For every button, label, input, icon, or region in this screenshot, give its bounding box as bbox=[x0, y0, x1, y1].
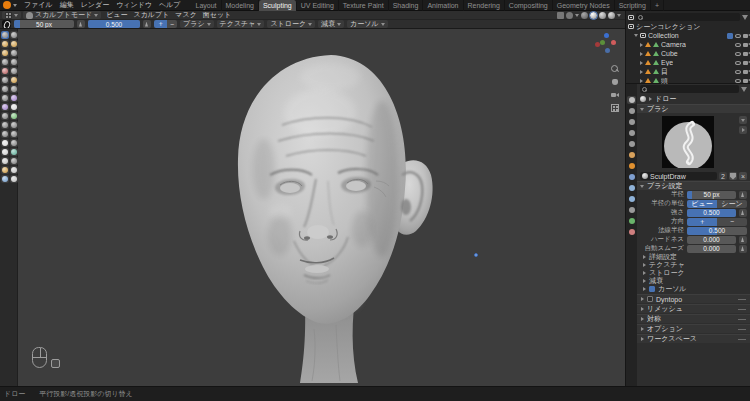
brush-settings-header[interactable]: ブラシ設定 bbox=[637, 181, 750, 190]
workspace-tab[interactable]: Modeling bbox=[222, 0, 259, 11]
sculpt-tool-button[interactable] bbox=[10, 175, 18, 183]
subpanel-header[interactable]: 減衰 bbox=[637, 277, 750, 285]
shading-solid-button[interactable] bbox=[590, 12, 597, 19]
direction-plus-button[interactable]: ＋ bbox=[687, 218, 717, 226]
autosmooth-field[interactable]: 0.000 bbox=[687, 245, 736, 253]
radius-unit-view-button[interactable]: ビュー bbox=[687, 200, 717, 208]
workspace-tab[interactable]: UV Editing bbox=[297, 0, 339, 11]
workspace-tab[interactable]: Texture Paint bbox=[339, 0, 389, 11]
users-count[interactable]: 2 bbox=[719, 172, 727, 180]
sculpt-tool-button[interactable] bbox=[1, 31, 9, 39]
overlays-toggle-icon[interactable] bbox=[566, 12, 573, 19]
expand-caret-icon[interactable] bbox=[640, 43, 643, 47]
brush-panel-header[interactable]: ブラシ bbox=[637, 104, 750, 113]
object-row[interactable]: 目 bbox=[628, 67, 748, 76]
direction-minus-button[interactable]: − bbox=[167, 20, 177, 28]
hide-viewport-icon[interactable] bbox=[735, 43, 741, 47]
properties-tab[interactable] bbox=[627, 151, 636, 159]
xray-toggle-icon[interactable] bbox=[557, 12, 564, 19]
properties-tab[interactable] bbox=[627, 129, 636, 137]
workspace-tab[interactable]: Scripting bbox=[615, 0, 651, 11]
hide-viewport-icon[interactable] bbox=[735, 79, 741, 83]
workspace-tab[interactable]: Compositing bbox=[505, 0, 553, 11]
object-row[interactable]: Cube bbox=[628, 49, 748, 58]
panel-header[interactable]: ワークスペース bbox=[637, 334, 750, 343]
strength-field[interactable]: 0.500 bbox=[687, 209, 736, 217]
workspace-tab[interactable]: + bbox=[651, 0, 664, 11]
pressure-icon[interactable] bbox=[739, 191, 747, 199]
properties-tab[interactable] bbox=[627, 195, 636, 203]
sculpt-tool-button[interactable] bbox=[10, 103, 18, 111]
properties-tab[interactable] bbox=[627, 206, 636, 214]
sculpt-tool-button[interactable] bbox=[10, 112, 18, 120]
caret-icon[interactable] bbox=[575, 14, 579, 17]
sculpt-tool-button[interactable] bbox=[10, 166, 18, 174]
panel-header[interactable]: リメッシュ bbox=[637, 304, 750, 313]
panel-header[interactable]: Dyntopo bbox=[637, 294, 750, 303]
radius-field[interactable]: 50 px bbox=[687, 191, 736, 199]
panel-checkbox[interactable] bbox=[647, 296, 653, 302]
ortho-toggle-icon[interactable] bbox=[611, 104, 619, 112]
brush-preview-thumbnail[interactable] bbox=[662, 116, 714, 168]
sculpt-tool-button[interactable] bbox=[1, 40, 9, 48]
workspace-tab[interactable]: Shading bbox=[389, 0, 424, 11]
disable-render-icon[interactable] bbox=[743, 43, 748, 47]
pressure-icon[interactable] bbox=[739, 209, 747, 217]
filter-icon[interactable] bbox=[742, 15, 748, 20]
direction-plus-button[interactable]: ＋ bbox=[154, 20, 167, 28]
sculpt-tool-button[interactable] bbox=[10, 157, 18, 165]
expand-caret-icon[interactable] bbox=[640, 70, 643, 74]
properties-tab[interactable] bbox=[627, 96, 636, 104]
disable-render-icon[interactable] bbox=[743, 52, 748, 56]
object-row[interactable]: Eye bbox=[628, 58, 748, 67]
sculpt-tool-button[interactable] bbox=[1, 49, 9, 57]
sculpt-tool-button[interactable] bbox=[10, 76, 18, 84]
shading-wireframe-button[interactable] bbox=[581, 12, 588, 19]
object-row[interactable]: Camera bbox=[628, 40, 748, 49]
sculpt-tool-button[interactable] bbox=[1, 67, 9, 75]
navigation-gizmo[interactable] bbox=[595, 33, 617, 55]
workspace-tab[interactable]: Rendering bbox=[464, 0, 505, 11]
tool-popover[interactable]: テクスチャ bbox=[217, 20, 265, 28]
3d-cursor[interactable] bbox=[474, 253, 478, 257]
properties-search-input[interactable] bbox=[649, 86, 737, 93]
editor-type-button[interactable] bbox=[2, 11, 21, 19]
sculpt-tool-button[interactable] bbox=[1, 85, 9, 93]
shading-dropdown-caret-icon[interactable] bbox=[617, 14, 621, 17]
sculpt-tool-button[interactable] bbox=[1, 103, 9, 111]
sculpt-tool-button[interactable] bbox=[1, 166, 9, 174]
fake-user-button[interactable] bbox=[729, 172, 737, 180]
properties-tab[interactable] bbox=[627, 140, 636, 148]
expand-caret-icon[interactable] bbox=[640, 52, 643, 56]
sculpt-tool-button[interactable] bbox=[1, 139, 9, 147]
sculpt-tool-button[interactable] bbox=[10, 148, 18, 156]
tool-popover[interactable]: カーソル bbox=[347, 20, 388, 28]
viewport-menu-item[interactable]: ビュー bbox=[103, 10, 130, 20]
sculpt-tool-button[interactable] bbox=[1, 112, 9, 120]
disable-render-icon[interactable] bbox=[743, 34, 748, 38]
collection-row[interactable]: Collection bbox=[628, 31, 748, 40]
properties-tab[interactable] bbox=[627, 162, 636, 170]
strength-slider[interactable]: 0.500 bbox=[88, 20, 140, 28]
sculpt-tool-button[interactable] bbox=[10, 49, 18, 57]
sculpt-tool-button[interactable] bbox=[1, 121, 9, 129]
disable-render-icon[interactable] bbox=[743, 79, 748, 83]
hide-viewport-icon[interactable] bbox=[735, 61, 741, 65]
sculpt-tool-button[interactable] bbox=[10, 40, 18, 48]
sculpt-tool-button[interactable] bbox=[10, 67, 18, 75]
sculpt-tool-button[interactable] bbox=[10, 139, 18, 147]
strength-pressure-icon[interactable] bbox=[143, 20, 151, 28]
properties-tab[interactable] bbox=[627, 217, 636, 225]
sculpt-tool-button[interactable] bbox=[1, 148, 9, 156]
shading-rendered-button[interactable] bbox=[608, 12, 615, 19]
mode-dropdown[interactable]: スカルプトモード bbox=[23, 11, 101, 19]
sculpt-tool-button[interactable] bbox=[1, 157, 9, 165]
expand-caret-icon[interactable] bbox=[640, 79, 643, 83]
properties-tab[interactable] bbox=[627, 173, 636, 181]
direction-minus-button[interactable]: − bbox=[717, 218, 747, 226]
sculpt-tool-button[interactable] bbox=[1, 58, 9, 66]
sculpt-tool-button[interactable] bbox=[10, 58, 18, 66]
active-brush-thumbnail[interactable] bbox=[2, 20, 11, 28]
workspace-tab[interactable]: Layout bbox=[191, 0, 221, 11]
hardness-field[interactable]: 0.000 bbox=[687, 236, 736, 244]
